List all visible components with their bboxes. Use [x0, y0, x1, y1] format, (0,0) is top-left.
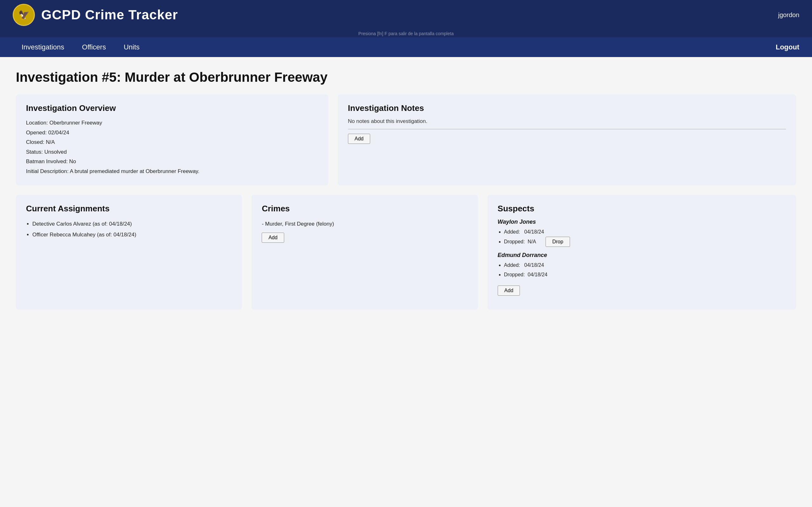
- assignments-title: Current Assignments: [26, 204, 232, 214]
- page-title: Investigation #5: Murder at Oberbrunner …: [16, 70, 796, 85]
- notes-divider: [348, 129, 786, 129]
- assignments-list: Detective Carlos Alvarez (as of: 04/18/2…: [26, 219, 232, 240]
- overview-batman: Batman Involved: No: [26, 157, 318, 167]
- header-username: jgordon: [778, 11, 799, 19]
- overview-closed: Closed: N/A: [26, 137, 318, 147]
- nav-investigations[interactable]: Investigations: [13, 38, 73, 57]
- suspect-2-details: Added: 04/18/24 Dropped: 04/18/24: [498, 261, 786, 280]
- card-suspects: Suspects Waylon Jones Added: 04/18/24 Dr…: [488, 195, 796, 309]
- nav-units[interactable]: Units: [115, 38, 148, 57]
- suspects-title: Suspects: [498, 204, 786, 214]
- suspect-1-dropped: Dropped: N/A Drop: [504, 237, 786, 247]
- overview-title: Investigation Overview: [26, 103, 318, 113]
- suspect-2-dropped: Dropped: 04/18/24: [504, 270, 786, 279]
- suspect-block-1: Waylon Jones Added: 04/18/24 Dropped: N/…: [498, 219, 786, 247]
- suspect-block-2: Edmund Dorrance Added: 04/18/24 Dropped:…: [498, 252, 786, 296]
- suspect-1-details: Added: 04/18/24 Dropped: N/A Drop: [498, 227, 786, 247]
- logo: 🦅: [13, 4, 35, 26]
- nav-links: Investigations Officers Units: [13, 38, 148, 57]
- row-2: Current Assignments Detective Carlos Alv…: [16, 195, 796, 309]
- card-notes: Investigation Notes No notes about this …: [338, 95, 796, 185]
- list-item: Officer Rebecca Mulcahey (as of: 04/18/2…: [32, 229, 232, 240]
- page-content: Investigation #5: Murder at Oberbrunner …: [0, 57, 812, 322]
- add-note-button[interactable]: Add: [348, 134, 370, 144]
- suspect-1-added: Added: 04/18/24: [504, 227, 786, 237]
- nav-bar: Investigations Officers Units Logout: [0, 38, 812, 57]
- overview-status: Status: Unsolved: [26, 147, 318, 157]
- header-top: 🦅 GCPD Crime Tracker jgordon: [0, 0, 812, 30]
- notes-title: Investigation Notes: [348, 103, 786, 113]
- overview-location: Location: Oberbrunner Freeway: [26, 118, 318, 128]
- header-left: 🦅 GCPD Crime Tracker: [13, 4, 178, 26]
- card-overview: Investigation Overview Location: Oberbru…: [16, 95, 328, 185]
- overview-opened: Opened: 02/04/24: [26, 128, 318, 138]
- crime-item: - Murder, First Degree (felony): [262, 219, 467, 229]
- suspect-name-2: Edmund Dorrance: [498, 252, 786, 259]
- suspect-name-1: Waylon Jones: [498, 219, 786, 225]
- card-crimes: Crimes - Murder, First Degree (felony) A…: [252, 195, 478, 309]
- suspect-2-added: Added: 04/18/24: [504, 261, 786, 270]
- add-suspect-button[interactable]: Add: [498, 285, 520, 296]
- logout-button[interactable]: Logout: [775, 38, 799, 57]
- notes-empty-text: No notes about this investigation.: [348, 118, 786, 124]
- overview-description: Initial Description: A brutal premediate…: [26, 167, 318, 176]
- card-assignments: Current Assignments Detective Carlos Alv…: [16, 195, 242, 309]
- fullscreen-notice: Presiona [fn] F para salir de la pantall…: [0, 30, 812, 38]
- nav-officers[interactable]: Officers: [73, 38, 115, 57]
- row-1: Investigation Overview Location: Oberbru…: [16, 95, 796, 185]
- crimes-title: Crimes: [262, 204, 467, 214]
- logo-icon: 🦅: [18, 10, 30, 20]
- add-crime-button[interactable]: Add: [262, 233, 284, 243]
- list-item: Detective Carlos Alvarez (as of: 04/18/2…: [32, 219, 232, 229]
- site-title: GCPD Crime Tracker: [41, 7, 178, 22]
- drop-suspect-1-button[interactable]: Drop: [546, 237, 570, 247]
